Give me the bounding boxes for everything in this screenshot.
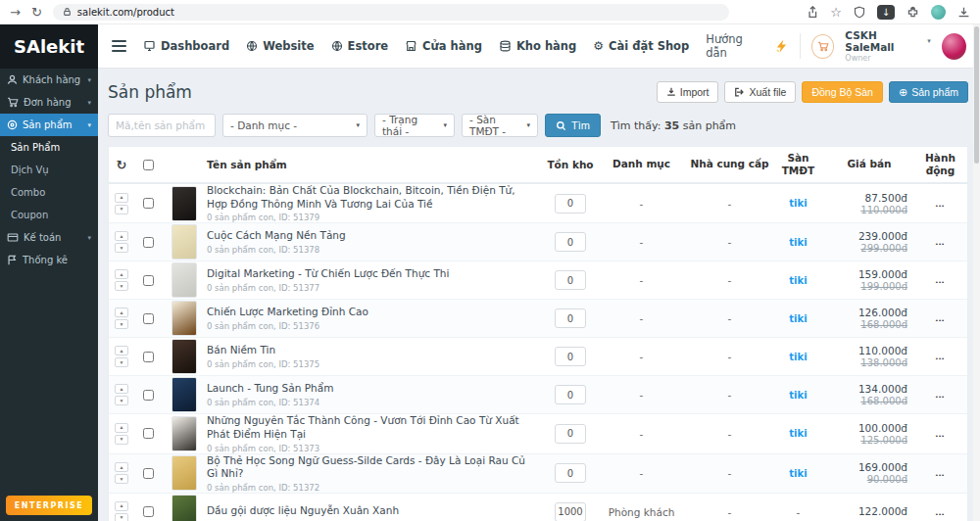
channel-tiki-logo[interactable]: tiki — [771, 468, 825, 479]
row-actions-button[interactable]: ••• — [936, 394, 945, 400]
move-up-button[interactable]: ▲ — [115, 308, 128, 317]
move-up-button[interactable]: ▲ — [115, 462, 128, 472]
move-up-button[interactable]: ▲ — [115, 501, 128, 511]
move-up-button[interactable]: ▲ — [115, 423, 128, 433]
import-button[interactable]: Import — [657, 81, 719, 103]
stock-input[interactable] — [555, 308, 586, 328]
channel-tiki-logo[interactable]: tiki — [771, 428, 825, 439]
status-select[interactable]: - Trạng thái - ▾ — [374, 114, 455, 137]
product-search-input[interactable] — [108, 114, 216, 137]
row-checkbox[interactable] — [143, 428, 154, 439]
help-link[interactable]: Hướng dẫn — [706, 32, 763, 60]
shop-cart-badge[interactable] — [811, 34, 834, 59]
hamburger-menu-icon[interactable] — [112, 40, 126, 52]
nav-website[interactable]: Website — [246, 39, 314, 53]
sidebar-item-thong-ke[interactable]: Thống kê — [0, 249, 98, 271]
move-down-button[interactable]: ▼ — [115, 474, 128, 484]
sidebar-subitem-san-pham[interactable]: Sản Phẩm — [0, 136, 98, 159]
row-actions-button[interactable]: ••• — [936, 203, 945, 209]
product-title[interactable]: Cuộc Cách Mạng Nền Tảng — [207, 229, 536, 243]
row-checkbox[interactable] — [143, 390, 154, 401]
stock-input[interactable] — [555, 232, 586, 252]
channel-tiki-logo[interactable]: tiki — [771, 352, 825, 362]
row-checkbox[interactable] — [143, 237, 154, 248]
move-down-button[interactable]: ▼ — [115, 243, 128, 253]
row-checkbox[interactable] — [143, 275, 154, 286]
move-up-button[interactable]: ▲ — [115, 231, 128, 241]
row-actions-button[interactable]: ••• — [936, 317, 945, 323]
channel-tiki-logo[interactable]: tiki — [771, 313, 825, 324]
account-menu[interactable]: CSKH SaleMall▾ Owner — [845, 29, 930, 64]
extensions-icon[interactable] — [906, 6, 919, 19]
share-icon[interactable] — [806, 6, 818, 19]
sidebar-subitem-dich-vu[interactable]: Dịch Vụ — [0, 159, 98, 181]
sidebar-subitem-combo[interactable]: Combo — [0, 181, 98, 204]
row-actions-button[interactable]: ••• — [936, 241, 945, 247]
search-button[interactable]: Tìm — [545, 114, 601, 137]
refresh-icon[interactable]: ↻ — [117, 158, 127, 172]
channel-tiki-logo[interactable]: tiki — [771, 390, 825, 401]
sidebar-item-ke-toan[interactable]: Kế toán ▾ — [0, 226, 98, 249]
product-title[interactable]: Những Nguyên Tắc Thành Công - Vươn Tới Đ… — [207, 414, 536, 441]
nav-estore[interactable]: Estore — [331, 39, 389, 53]
move-up-button[interactable]: ▲ — [115, 384, 128, 394]
forward-icon[interactable]: → — [10, 6, 21, 19]
stock-input[interactable] — [555, 385, 586, 404]
product-title[interactable]: Chiến Lược Marketing Đỉnh Cao — [207, 306, 536, 319]
product-title[interactable]: Dầu gội dược liệu Nguyễn Xuân Xanh — [207, 504, 536, 518]
export-file-button[interactable]: Xuất file — [724, 81, 796, 103]
browser-profile-avatar[interactable] — [931, 5, 946, 20]
move-up-button[interactable]: ▲ — [115, 269, 128, 279]
window-scrollbar[interactable] — [973, 24, 980, 521]
enterprise-button[interactable]: ENTERPRISE — [6, 496, 92, 515]
sidebar-item-khach-hang[interactable]: Khách hàng ▾ — [0, 69, 98, 91]
nav-cua-hang[interactable]: Cửa hàng — [405, 39, 482, 53]
channel-select[interactable]: - Sàn TMĐT - ▾ — [462, 114, 538, 137]
bookmark-star-icon[interactable]: ☆ — [830, 6, 842, 19]
move-down-button[interactable]: ▼ — [115, 435, 128, 445]
row-checkbox[interactable] — [143, 198, 154, 209]
sidebar-subitem-coupon[interactable]: Coupon — [0, 204, 98, 226]
select-all-checkbox[interactable] — [143, 160, 154, 170]
channel-tiki-logo[interactable]: tiki — [771, 198, 825, 209]
downloads-button[interactable]: ↓ — [877, 5, 895, 20]
lightning-icon[interactable] — [774, 38, 789, 54]
app-logo[interactable]: SAlekit — [0, 24, 98, 69]
row-actions-button[interactable]: ••• — [936, 355, 945, 361]
row-actions-button[interactable]: ••• — [936, 472, 945, 478]
sidebar-item-san-pham[interactable]: Sản phẩm ▾ — [0, 114, 98, 136]
sidebar-item-don-hang[interactable]: Đơn hàng ▾ — [0, 91, 98, 114]
channel-tiki-logo[interactable]: tiki — [771, 275, 825, 286]
row-actions-button[interactable]: ••• — [936, 511, 945, 517]
product-title[interactable]: Blockchain: Bản Chất Của Blockchain, Bit… — [207, 184, 536, 211]
user-avatar[interactable] — [942, 33, 966, 60]
move-down-button[interactable]: ▼ — [115, 205, 128, 214]
address-bar[interactable]: salekit.com/product — [53, 4, 729, 21]
nav-kho-hang[interactable]: Kho hàng — [499, 39, 576, 53]
shield-icon[interactable] — [854, 6, 865, 19]
product-title[interactable]: Bán Niềm Tin — [207, 344, 536, 357]
product-title[interactable]: Digital Marketing - Từ Chiến Lược Đến Th… — [207, 267, 536, 281]
stock-input[interactable] — [555, 270, 586, 290]
row-actions-button[interactable]: ••• — [936, 279, 945, 285]
row-checkbox[interactable] — [143, 352, 154, 362]
reload-icon[interactable]: ↻ — [31, 6, 42, 19]
product-title[interactable]: Launch - Tung Sản Phẩm — [207, 382, 536, 396]
stock-input[interactable] — [555, 424, 586, 444]
move-down-button[interactable]: ▼ — [115, 396, 128, 405]
channel-tiki-logo[interactable]: tiki — [771, 237, 825, 248]
row-checkbox[interactable] — [143, 468, 154, 479]
add-product-button[interactable]: ⊕ Sản phẩm — [889, 81, 968, 103]
move-down-button[interactable]: ▼ — [115, 357, 128, 367]
move-down-button[interactable]: ▼ — [115, 513, 128, 521]
row-checkbox[interactable] — [143, 506, 154, 517]
channel-tiki-logo[interactable]: - — [771, 506, 825, 518]
row-actions-button[interactable]: ••• — [936, 433, 945, 439]
nav-cai-dat-shop[interactable]: ⚙ Cài đặt Shop — [593, 39, 689, 53]
move-up-button[interactable]: ▲ — [115, 193, 128, 203]
download-tray-icon[interactable] — [957, 6, 970, 19]
stock-input[interactable] — [555, 463, 586, 483]
stock-input[interactable] — [555, 502, 586, 521]
product-title[interactable]: Bộ Thẻ Học Song Ngữ Guess-Silde Cards - … — [207, 454, 536, 481]
nav-dashboard[interactable]: Dashboard — [143, 39, 229, 53]
